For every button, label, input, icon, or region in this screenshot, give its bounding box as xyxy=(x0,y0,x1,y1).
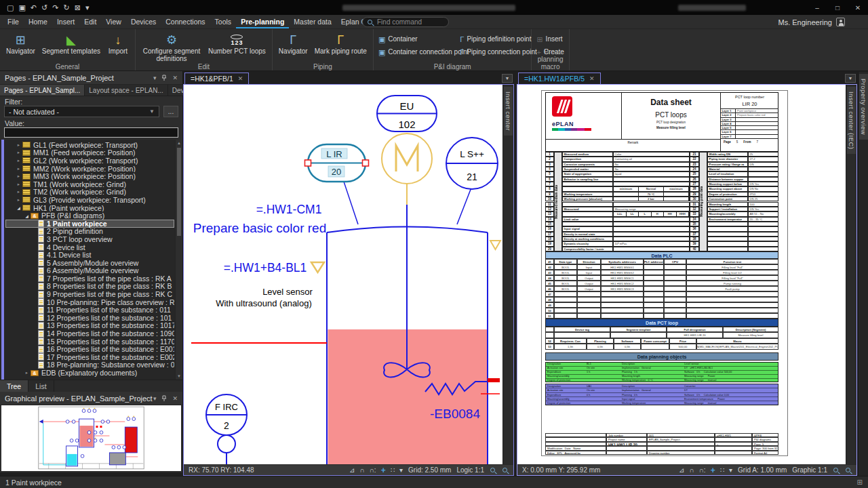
scale-setting[interactable]: Logic 1:1 xyxy=(456,466,484,474)
tree-item[interactable]: 17 Properties list of the substance : E0… xyxy=(5,353,174,361)
expanded-arrow-icon[interactable]: ◢ xyxy=(23,214,31,218)
selection-handle[interactable] xyxy=(363,160,369,166)
zoom-window-icon[interactable] xyxy=(490,467,496,474)
move-base-point-icon[interactable]: + xyxy=(381,466,386,474)
minimize-button[interactable]: – xyxy=(807,0,827,15)
selection-handle[interactable] xyxy=(305,160,311,166)
remove-filter-icon[interactable]: ⊠ xyxy=(75,3,81,12)
tree-item[interactable]: 4.1 Device list xyxy=(5,251,174,259)
tree-item[interactable]: ▸GL2 (Work workpiece: Transport) xyxy=(5,157,174,165)
ribbon-button-container-connection-point[interactable]: ▣Container connection point xyxy=(376,47,450,58)
firc-instrument-symbol[interactable]: F IRC 2 xyxy=(206,394,247,464)
pid-canvas[interactable]: -EB0084 EU 102 xyxy=(184,85,502,464)
new-page-icon[interactable]: ▢ xyxy=(7,3,14,12)
tree-item[interactable]: 9 Properties list of the pipe class : RK… xyxy=(5,290,174,298)
tab-close-icon[interactable]: ✕ xyxy=(589,75,595,82)
ribbon-button-piping-connection-point[interactable]: ΓPiping connection point xyxy=(458,47,528,58)
tree-item[interactable]: 10 Pre-planning: Pipe class overview : R… xyxy=(5,298,174,306)
dock-tab-layout-space-eplan[interactable]: Layout space - EPLAN... xyxy=(85,85,168,96)
ribbon-button-container[interactable]: ▣Container xyxy=(376,34,450,45)
scale-setting[interactable]: Graphic 1:1 xyxy=(792,466,827,474)
scrollbar-thumb[interactable] xyxy=(177,148,181,236)
menu-tab-edit[interactable]: Edit xyxy=(79,15,101,28)
property-overview-tab[interactable]: Property overview xyxy=(859,74,868,140)
collapsed-arrow-icon[interactable]: ▸ xyxy=(15,158,22,163)
tree-scrollbar[interactable]: ▲ ▼ xyxy=(175,140,182,380)
ls-instrument-symbol[interactable]: L S++ 21 xyxy=(446,138,498,224)
open-page-icon[interactable]: ▣ xyxy=(18,3,25,12)
pin-icon[interactable] xyxy=(161,395,167,402)
tree-item[interactable]: 5 Assembly/Module overview xyxy=(5,259,174,267)
tab-list-dropdown-icon[interactable]: ▼ xyxy=(502,74,513,83)
menu-tab-pre-planning[interactable]: Pre-planning xyxy=(236,15,289,28)
filter-dropdown[interactable]: - Not activated - ▼ xyxy=(4,106,159,117)
ribbon-button-mark-piping-route[interactable]: ΓMark piping route xyxy=(311,30,370,57)
tree-item[interactable]: 18 Pre-planning: Substance overview : 01… xyxy=(5,361,174,369)
collapsed-arrow-icon[interactable]: ▸ xyxy=(15,166,22,171)
layout-grid-icon[interactable]: ⊞ xyxy=(857,479,863,486)
collapsed-arrow-icon[interactable]: ▸ xyxy=(15,189,22,195)
tree-item[interactable]: ▸TM2 (Work workpiece: Grind) xyxy=(5,188,174,197)
tree-item[interactable]: 8 Properties list of the pipe class : RK… xyxy=(5,283,174,291)
undo-icon[interactable]: ↶ xyxy=(31,3,37,12)
eu-instrument-symbol[interactable]: EU 102 xyxy=(377,96,437,131)
motor-symbol[interactable] xyxy=(382,134,432,184)
ribbon-button-navigator[interactable]: ΓNavigator xyxy=(275,30,311,57)
collapsed-arrow-icon[interactable]: ▸ xyxy=(15,182,22,187)
grid-icon[interactable]: ∷ xyxy=(720,467,724,474)
tree-item[interactable]: 3 PCT loop overview xyxy=(5,235,174,243)
panel-dropdown-icon[interactable]: ▾ xyxy=(153,75,157,81)
insert-center-tab[interactable]: Insert center xyxy=(504,87,513,136)
tree-item[interactable]: ▸GL3 (Provide workpiece: Transport) xyxy=(5,196,174,204)
find-command-search[interactable]: Find command xyxy=(362,17,449,27)
tree-item[interactable]: 15 Properties list of the substance : 11… xyxy=(5,338,174,346)
tree-item[interactable]: ▸MM3 (Work workpiece: Position) xyxy=(5,172,174,180)
menu-tab-home[interactable]: Home xyxy=(24,15,52,28)
tree-item[interactable]: 11 Properties list of the substance : 01… xyxy=(5,306,174,314)
tree-item[interactable]: ◢HK1 (Paint workpiece) xyxy=(5,204,174,212)
tree-item[interactable]: ▸&EDB (Explanatory documents) xyxy=(5,369,174,377)
value-input[interactable] xyxy=(4,127,178,138)
object-snap-icon[interactable]: ∩: xyxy=(699,467,706,474)
tab-list[interactable]: List xyxy=(28,380,54,392)
tree-item[interactable]: 16 Properties list of the substance : E0… xyxy=(5,345,174,353)
user-account[interactable]: Ms. Engineering xyxy=(778,15,846,29)
undo-history-icon[interactable]: ↺ xyxy=(41,3,47,12)
tree-item[interactable]: 1 Paint workpiece xyxy=(5,220,174,228)
menu-tab-view[interactable]: View xyxy=(101,15,126,28)
ribbon-button-piping-definition-point[interactable]: ΓPiping definition point xyxy=(458,34,528,45)
tree-item[interactable]: 13 Properties list of the substance : 10… xyxy=(5,322,174,330)
menu-tab-file[interactable]: File xyxy=(3,15,24,28)
tree-item[interactable]: ▸MM2 (Work workpiece: Position) xyxy=(5,165,174,173)
zoom-icon[interactable] xyxy=(845,467,852,474)
grid-setting[interactable]: Grid A: 1.00 mm xyxy=(738,466,787,474)
ribbon-button-import[interactable]: ↓Import xyxy=(104,30,132,57)
collapsed-arrow-icon[interactable]: ▸ xyxy=(15,174,22,179)
panel-dropdown-icon[interactable]: ▾ xyxy=(153,395,157,402)
ribbon-button-number-pct-loops[interactable]: 123Number PCT loops xyxy=(205,30,269,57)
zoom-window-icon[interactable] xyxy=(833,467,840,474)
menu-tab-tools[interactable]: Tools xyxy=(210,15,237,28)
object-snap-icon[interactable]: ∩: xyxy=(370,467,376,474)
menu-tab-master-data[interactable]: Master data xyxy=(289,15,336,28)
redo-history-icon[interactable]: ↻ xyxy=(63,3,69,12)
grid-setting[interactable]: Grid: 2.50 mm xyxy=(408,466,451,474)
move-base-point-icon[interactable]: + xyxy=(711,466,715,474)
tree-item[interactable]: 2 Piping definition xyxy=(5,228,174,236)
close-button[interactable]: ✕ xyxy=(848,0,868,15)
document-tab-datasheet[interactable]: =HK1.HW1&PFB/5 ✕ xyxy=(518,73,601,84)
document-tab-pid[interactable]: =HK1&PFB/1 ✕ xyxy=(184,73,249,84)
collapsed-arrow-icon[interactable]: ▸ xyxy=(15,142,22,148)
datasheet-canvas[interactable]: ePLAN Data sheet PCT loops PCT loop desi… xyxy=(517,85,846,464)
menu-tab-connections[interactable]: Connections xyxy=(161,15,210,28)
measure-icon[interactable]: ⊿ xyxy=(679,467,684,474)
filter-more-button[interactable]: ... xyxy=(163,106,178,117)
grid-icon[interactable]: ∷ xyxy=(391,467,395,474)
ribbon-button-navigator[interactable]: ⊞Navigator xyxy=(3,30,39,57)
ribbon-button-segment-templates[interactable]: ◣Segment templates xyxy=(39,30,104,57)
snap-icon[interactable]: ∩ xyxy=(689,467,694,474)
collapsed-arrow-icon[interactable]: ▸ xyxy=(15,197,22,203)
menu-tab-insert[interactable]: Insert xyxy=(52,15,79,28)
tree-item[interactable]: 6 Assembly/Module overview xyxy=(5,267,174,275)
tab-close-icon[interactable]: ✕ xyxy=(238,75,243,82)
